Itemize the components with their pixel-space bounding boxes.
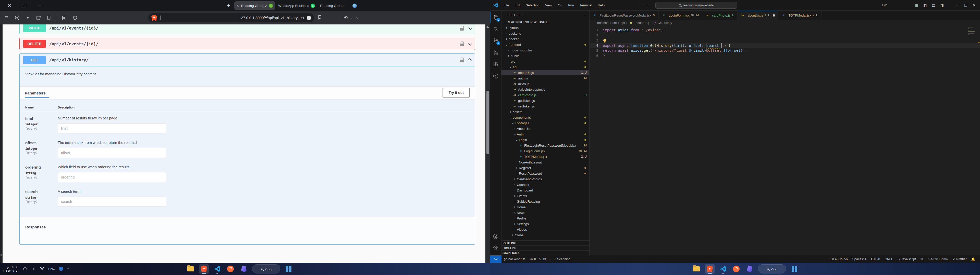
taskbar-app-vscode[interactable] <box>718 264 728 274</box>
tree-folder-item[interactable]: ›Videos <box>501 227 589 232</box>
toggle-panel-icon[interactable]: ⬓ <box>932 3 935 7</box>
explorer-activity-icon[interactable]: 1 <box>490 12 501 23</box>
pen-input-icon[interactable] <box>23 266 27 272</box>
taskbar-app-postman[interactable] <box>226 264 235 274</box>
brave-shields-icon[interactable] <box>151 15 157 21</box>
taskbar-app-obsidian[interactable] <box>239 264 248 274</box>
tree-file-item[interactable]: JSaboutUs.js1, U <box>501 70 589 75</box>
tree-folder-item[interactable]: ⌄src <box>501 58 589 64</box>
tree-folder-item[interactable]: ›Global <box>501 232 589 238</box>
restore-window-icon[interactable]: ❐ <box>964 3 967 7</box>
taskbar-clock[interactable]: ٠٤:٠٥ م ٢٠٢٥/١٠/١٥ <box>0 265 19 273</box>
param-input-limit[interactable] <box>58 123 166 133</box>
menu-terminal[interactable]: Terminal <box>577 3 595 7</box>
prettier-item[interactable]: ✔Prettier <box>950 257 969 261</box>
code-line[interactable]: 2 <box>590 33 980 38</box>
thunder-client-activity-icon[interactable] <box>490 70 501 82</box>
taskbar-app-brave-browser[interactable] <box>199 264 209 274</box>
tree-folder-item[interactable]: ⌄frontend <box>501 42 589 47</box>
param-input-search[interactable] <box>58 197 166 207</box>
endpoint-header-row[interactable]: DELETE/api/v1/events/{id}/ <box>20 38 475 50</box>
explorer-more-icon[interactable]: ⋯ <box>583 14 586 17</box>
browser-tab[interactable]: ✕Reading Group API <box>234 1 275 10</box>
windows-security-icon[interactable] <box>59 267 63 271</box>
toggle-secondary-sidebar-icon[interactable]: ◨ <box>940 3 944 7</box>
menu-icon[interactable]: ☰ <box>2 14 11 22</box>
tree-file-item[interactable]: JSsetToken.js <box>501 103 589 109</box>
code-editor[interactable]: 1import axios from "./axios";234export a… <box>590 26 980 255</box>
close-window-icon[interactable]: ✕ <box>973 3 976 8</box>
scrollbar-thumb[interactable] <box>487 91 489 154</box>
sync-icon[interactable]: ⟳ <box>523 257 525 261</box>
back-icon[interactable]: › <box>356 15 358 21</box>
tree-folder-item[interactable]: ⌄Auth <box>501 131 589 137</box>
volume-icon[interactable]: 🕪 <box>32 267 36 271</box>
tree-file-item[interactable]: JSaxios.js <box>501 81 589 87</box>
tab-close-icon[interactable]: ✕ <box>236 4 239 8</box>
layout-grid-icon[interactable]: ▦ <box>915 3 918 7</box>
copilot-icon[interactable]: ⧉˅ <box>882 3 887 7</box>
tree-folder-item[interactable]: ›Settings <box>501 221 589 227</box>
code-line[interactable]: 3 <box>590 38 980 43</box>
endpoint-header-row[interactable]: GET/api/v1/history/ <box>20 54 475 66</box>
menu-go[interactable]: Go <box>555 3 565 7</box>
forward-icon[interactable]: ‹ <box>351 15 353 21</box>
menu-help[interactable]: Help <box>595 3 608 7</box>
tree-folder-item[interactable]: ›Connect <box>501 182 589 187</box>
taskbar-app-file-explorer[interactable] <box>692 264 701 274</box>
breadcrumb-item[interactable]: GetHistory <box>657 21 672 25</box>
indentation-item[interactable]: Spaces: 4 <box>850 258 869 261</box>
chevron-down-icon[interactable] <box>468 41 473 46</box>
code-line[interactable]: 5 return await axios.get(`/history/?limi… <box>590 48 980 53</box>
tree-file-item[interactable]: JScardPhoto.jsU <box>501 92 589 98</box>
tree-folder-item[interactable]: ›docker <box>501 36 589 42</box>
tree-folder-item[interactable]: ›News <box>501 210 589 215</box>
section-timeline[interactable]: ›TIMELINE <box>501 245 589 250</box>
reload-icon[interactable]: ⟲ <box>344 15 348 21</box>
auth-lock-icon[interactable] <box>460 41 464 46</box>
tree-folder-item[interactable]: ›Dashboard <box>501 187 589 193</box>
tree-folder-item[interactable]: ›backend <box>501 30 589 36</box>
run-debug-activity-icon[interactable] <box>490 47 501 58</box>
editor-tab[interactable]: ⚛FirstLoginResetPasswordModal.jsxM <box>590 11 659 20</box>
editor-tab[interactable]: JSaboutUs.js1, U <box>738 11 778 20</box>
param-input-ordering[interactable] <box>58 172 166 182</box>
wifi-icon[interactable] <box>40 267 45 271</box>
tab-search-icon[interactable] <box>60 14 68 22</box>
language-mode-item[interactable]: {}JavaScript <box>895 258 918 261</box>
tree-folder-item[interactable]: ›node_modules <box>501 47 589 53</box>
sidebar-toggle-icon[interactable] <box>45 14 54 22</box>
restore-window-icon[interactable] <box>23 4 26 7</box>
close-window-icon[interactable]: ✕ <box>8 3 11 8</box>
scrollbar-up-arrow[interactable] <box>487 26 489 28</box>
leo-ai-icon[interactable]: ✦ <box>24 14 32 22</box>
hidden-icons-caret[interactable]: ⌃ <box>67 267 69 271</box>
tree-folder-item[interactable]: ›Register <box>501 165 589 171</box>
settings-gear-icon[interactable] <box>490 242 501 254</box>
extensions-activity-icon[interactable] <box>490 58 501 70</box>
menu-view[interactable]: View <box>542 3 555 7</box>
tree-folder-item[interactable]: ›Home <box>501 204 589 210</box>
tree-folder-item[interactable]: ›GuidedReading <box>501 199 589 204</box>
browser-tab[interactable]: Reading Group <box>318 1 359 10</box>
auth-lock-icon[interactable] <box>460 58 464 62</box>
quick-fix-lightbulb-icon[interactable] <box>603 39 606 42</box>
cursor-position-item[interactable]: Ln 4, Col 56 <box>828 258 850 261</box>
taskbar-search[interactable]: بحث <box>758 264 786 273</box>
menu-run[interactable]: Run <box>565 3 577 7</box>
url-text[interactable]: 127.0.0.1:8000/#/api/api_v1_history_list <box>164 16 304 20</box>
try-it-out-button[interactable]: Try it out <box>442 88 470 98</box>
tree-folder-item[interactable]: ›Profile <box>501 215 589 221</box>
tree-folder-item[interactable]: ⌄ForPages <box>501 120 589 126</box>
reading-list-icon[interactable] <box>34 14 43 22</box>
browser-side-rail[interactable] <box>0 24 3 263</box>
tree-file-item[interactable]: JSAxiosInterceptor.js <box>501 87 589 92</box>
taskbar-app-start[interactable] <box>790 264 799 274</box>
source-control-activity-icon[interactable]: 8 <box>490 35 501 46</box>
extensions-icon[interactable] <box>71 14 80 22</box>
code-line[interactable]: 6} <box>590 53 980 58</box>
minimap[interactable] <box>967 26 977 77</box>
tree-folder-item[interactable]: ⌄components <box>501 115 589 120</box>
chevron-down-icon[interactable] <box>468 26 473 30</box>
auth-lock-icon[interactable] <box>460 26 464 30</box>
